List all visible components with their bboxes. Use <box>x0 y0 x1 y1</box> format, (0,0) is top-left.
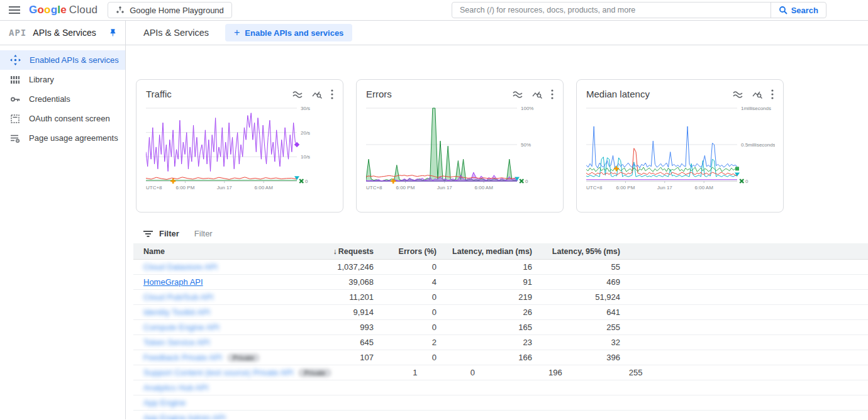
cell-latency_95: 255 <box>565 368 645 377</box>
menu-icon[interactable] <box>0 0 29 20</box>
svg-text:0: 0 <box>525 179 528 184</box>
svg-text:50%: 50% <box>521 142 531 148</box>
sidebar-item-oauth-consent-screen[interactable]: OAuth consent screen <box>0 109 125 128</box>
enable-apis-button-label: Enable APIs and services <box>245 28 343 38</box>
cell-errors: 0 <box>376 307 439 317</box>
column-header-latency-95-ms-[interactable]: Latency, 95% (ms) <box>535 247 623 256</box>
api-name-link[interactable]: Compute Engine API <box>143 323 220 332</box>
smoothing-icon[interactable] <box>512 90 523 99</box>
svg-text:100%: 100% <box>521 106 533 111</box>
sidebar-item-enabled-apis-services[interactable]: Enabled APIs & services <box>0 50 125 70</box>
explore-chart-icon[interactable] <box>532 90 542 99</box>
sidebar-item-label: OAuth consent screen <box>29 114 110 123</box>
cell-requests: 1 <box>334 368 420 377</box>
more-options-icon[interactable] <box>551 89 554 99</box>
cell-latency_95: 255 <box>535 323 623 332</box>
sidebar-item-label: Credentials <box>29 94 70 104</box>
api-name-link[interactable]: HomeGraph API <box>143 277 203 287</box>
cell-requests: 993 <box>282 323 376 332</box>
sidebar-item-credentials[interactable]: Credentials <box>0 89 125 109</box>
api-logo: API <box>9 28 26 38</box>
enabled-apis-icon <box>10 55 21 65</box>
api-name-link[interactable]: App Engine <box>143 398 186 407</box>
cell-latency_median: 219 <box>439 292 535 302</box>
cell-errors: 0 <box>376 353 439 362</box>
filter-label: Filter <box>159 229 179 238</box>
cell-latency_median: 166 <box>439 353 535 362</box>
chart-title: Traffic <box>146 89 172 99</box>
pin-icon[interactable] <box>108 28 118 38</box>
api-name-link[interactable]: Feedback Private API <box>143 353 222 362</box>
cell-errors: 0 <box>376 292 439 302</box>
svg-text:6:00 PM: 6:00 PM <box>616 185 635 191</box>
cell-requests: 107 <box>282 353 376 362</box>
explore-chart-icon[interactable] <box>312 90 322 99</box>
cell-latency_95: 641 <box>535 307 623 317</box>
top-bar: Google Cloud Google Home Playground Sear… <box>0 0 868 21</box>
project-selector[interactable]: Google Home Playground <box>108 2 232 18</box>
sidebar-item-library[interactable]: Library <box>0 70 125 89</box>
credentials-icon <box>10 94 20 104</box>
chart-card-errors: Errors 100%50%UTC+86:00 PMJun 176:00 AM0 <box>356 79 564 213</box>
errors-chart: 100%50%UTC+86:00 PMJun 176:00 AM0 <box>366 99 555 199</box>
api-name-link[interactable]: Identity Toolkit API <box>143 307 210 317</box>
api-name-link[interactable]: Cloud Datastore API <box>143 262 218 272</box>
chart-cards: Traffic 30/s20/s10/sUTC+86:00 PMJun 176:… <box>136 79 868 213</box>
api-name-link[interactable]: App Engine Admin API <box>143 413 226 419</box>
chart-card-median-latency: Median latency 1milliseconds0.5milliseco… <box>576 79 784 213</box>
chart-title: Errors <box>366 89 392 99</box>
cell-requests: 11,201 <box>282 292 376 302</box>
sidebar-item-label: Library <box>29 75 54 84</box>
api-name-link[interactable]: Cloud Pub/Sub API <box>143 292 213 302</box>
sidebar: Enabled APIs & services Library Credenti… <box>0 45 126 419</box>
cell-errors: 2 <box>376 338 439 347</box>
product-header-left: API APIs & Services <box>0 21 126 45</box>
sidebar-item-label: Page usage agreements <box>29 133 118 143</box>
column-header-errors-[interactable]: Errors (%) <box>376 247 439 256</box>
api-table: Name↓RequestsErrors (%)Latency, median (… <box>133 243 868 419</box>
api-name-link[interactable]: Analytics Hub API <box>143 383 208 392</box>
logo-google-word: Google <box>29 4 67 16</box>
chart-card-header: Median latency <box>586 89 774 99</box>
column-header-requests[interactable]: ↓Requests <box>282 247 376 256</box>
svg-text:UTC+8: UTC+8 <box>146 185 162 191</box>
chart-card-header: Traffic <box>146 89 333 99</box>
api-name-link[interactable]: Support Content (text source) Private AP… <box>143 368 293 377</box>
google-cloud-logo[interactable]: Google Cloud <box>29 4 97 16</box>
filter-input[interactable] <box>194 229 383 238</box>
search-button-label: Search <box>791 6 818 15</box>
cell-requests: 645 <box>282 338 376 347</box>
cell-latency_95: 469 <box>535 277 623 287</box>
table-row: Identity Toolkit API9,914026641 <box>133 305 868 320</box>
search-input[interactable] <box>452 3 771 18</box>
project-name: Google Home Playground <box>130 6 224 15</box>
smoothing-icon[interactable] <box>732 90 743 99</box>
table-row: HomeGraph API39,068491469 <box>133 275 868 290</box>
explore-chart-icon[interactable] <box>752 90 762 99</box>
page-title: APIs & Services <box>143 28 209 38</box>
private-badge: Private <box>227 353 260 362</box>
enable-apis-button[interactable]: + Enable APIs and services <box>225 24 352 41</box>
chart-card-traffic: Traffic 30/s20/s10/sUTC+86:00 PMJun 176:… <box>136 79 343 213</box>
cell-requests: 39,068 <box>282 277 376 287</box>
library-icon <box>10 75 20 85</box>
api-name-link[interactable]: Token Service API <box>143 338 210 347</box>
svg-text:Jun 17: Jun 17 <box>437 185 453 191</box>
table-row: Token Service API64522332 <box>133 335 868 350</box>
cell-errors: 0 <box>420 368 477 377</box>
more-options-icon[interactable] <box>331 89 333 99</box>
column-header-name[interactable]: Name <box>133 247 282 256</box>
search-box: Search <box>452 2 826 18</box>
sidebar-item-page-usage-agreements[interactable]: Page usage agreements <box>0 128 125 148</box>
cell-latency_95: 32 <box>535 338 623 347</box>
cell-latency_median: 196 <box>477 368 565 377</box>
search-button[interactable]: Search <box>771 3 826 18</box>
column-header-latency-median-ms-[interactable]: Latency, median (ms) <box>439 247 535 256</box>
cell-errors: 0 <box>376 323 439 332</box>
search-icon <box>779 6 787 14</box>
smoothing-icon[interactable] <box>292 90 303 99</box>
median-latency-chart: 1milliseconds0.5millisecondsUTC+86:00 PM… <box>586 99 775 199</box>
svg-text:Jun 17: Jun 17 <box>217 185 233 191</box>
svg-text:30/s: 30/s <box>301 106 310 111</box>
more-options-icon[interactable] <box>771 89 774 99</box>
